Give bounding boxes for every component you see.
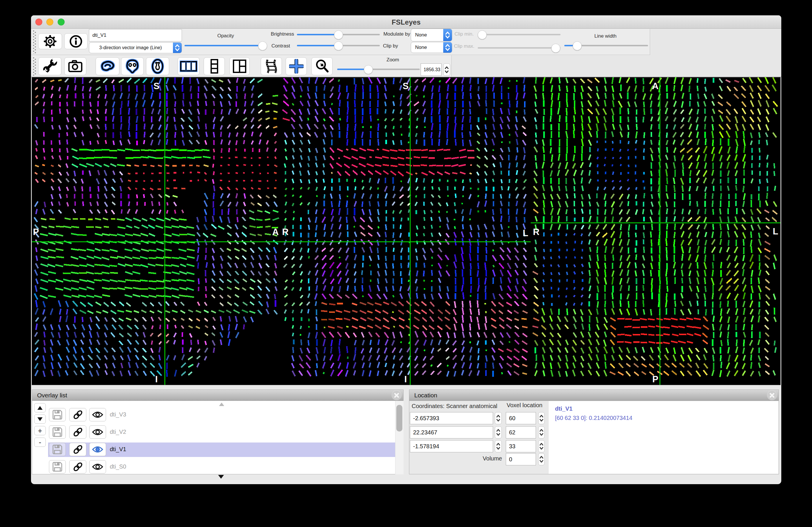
svg-text:L: L: [523, 228, 528, 238]
svg-text:A: A: [272, 227, 279, 237]
svg-text:I: I: [404, 374, 407, 384]
svg-text:R: R: [282, 227, 289, 237]
svg-text:A: A: [652, 81, 658, 91]
svg-text:R: R: [533, 227, 539, 237]
svg-text:P: P: [652, 374, 658, 384]
svg-text:S: S: [154, 81, 160, 91]
svg-text:P: P: [33, 227, 39, 237]
svg-text:L: L: [773, 226, 779, 237]
svg-text:I: I: [155, 374, 158, 384]
svg-text:S: S: [403, 81, 409, 91]
